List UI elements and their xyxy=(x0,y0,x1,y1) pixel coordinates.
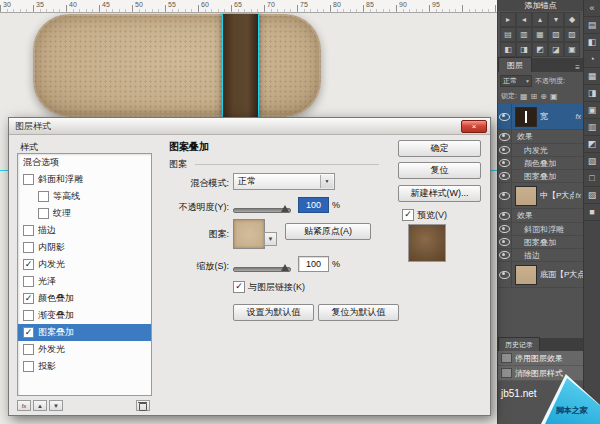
reset-button[interactable]: 复位 xyxy=(398,162,481,179)
effect-row[interactable]: 斜面和浮雕 xyxy=(498,223,583,236)
horizontal-ruler[interactable]: 30 35 40 45 50 55 60 65 70 75 80 85 90 9… xyxy=(0,0,497,13)
style-checkbox[interactable] xyxy=(23,242,34,253)
dock-panel-icon[interactable]: ▤ xyxy=(584,17,600,34)
panel-icon[interactable]: ◆ xyxy=(564,12,580,27)
eye-toggle[interactable] xyxy=(498,144,512,156)
new-style-button[interactable]: 新建样式(W)... xyxy=(398,185,481,202)
panel-icon[interactable]: ▤ xyxy=(500,27,516,42)
effect-row[interactable]: 描边 xyxy=(498,249,583,262)
style-item-inner-glow[interactable]: ✓内发光 xyxy=(18,256,151,273)
lock-pixels-icon[interactable]: ⊞ xyxy=(531,92,538,101)
dock-panel-icon[interactable]: ▣ xyxy=(584,102,600,119)
dock-panel-icon[interactable]: ◧ xyxy=(584,34,600,51)
dialog-titlebar[interactable]: 图层样式 × xyxy=(9,118,490,135)
layer-thumbnail[interactable] xyxy=(515,107,537,127)
panel-icon[interactable]: ▦ xyxy=(532,27,548,42)
style-checkbox[interactable] xyxy=(23,361,34,372)
style-item-outer-glow[interactable]: 外发光 xyxy=(18,341,151,358)
style-item-stroke[interactable]: 描边 xyxy=(18,222,151,239)
link-with-layer-checkbox[interactable]: ✓ xyxy=(233,281,245,293)
dock-panel-icon[interactable]: ▦ xyxy=(584,68,600,85)
history-item[interactable]: 停用图层效果 xyxy=(498,351,583,366)
dock-panel-icon[interactable]: ◔ xyxy=(584,51,600,68)
delete-effect-button[interactable] xyxy=(136,400,150,411)
eye-toggle[interactable] xyxy=(498,223,512,235)
scale-value-field[interactable]: 100 xyxy=(298,256,329,272)
move-up-button[interactable]: ▲ xyxy=(33,400,47,411)
dock-panel-icon[interactable]: ▧ xyxy=(584,153,600,170)
panel-icon[interactable]: ▨ xyxy=(564,27,580,42)
panel-icon[interactable]: ◧ xyxy=(500,42,516,57)
style-item-pattern-overlay[interactable]: ✓图案叠加 xyxy=(18,324,151,341)
style-checkbox[interactable] xyxy=(38,208,49,219)
style-item-color-overlay[interactable]: ✓颜色叠加 xyxy=(18,290,151,307)
eye-toggle[interactable] xyxy=(498,262,512,287)
style-item-texture[interactable]: 纹理 xyxy=(18,205,151,222)
eye-toggle[interactable] xyxy=(498,130,512,143)
eye-toggle[interactable] xyxy=(498,183,512,208)
close-button[interactable]: × xyxy=(461,120,487,133)
set-default-button[interactable]: 设置为默认值 xyxy=(233,304,314,321)
panel-icon[interactable]: ◪ xyxy=(548,42,564,57)
eye-toggle[interactable] xyxy=(498,104,512,129)
effect-row[interactable]: 颜色叠加 xyxy=(498,157,583,170)
lock-transparency-icon[interactable]: ▦ xyxy=(520,92,528,101)
eye-toggle[interactable] xyxy=(498,236,512,248)
style-checkbox[interactable] xyxy=(23,225,34,236)
effect-row[interactable]: 图案叠加 xyxy=(498,170,583,183)
dock-panel-icon[interactable]: ◩ xyxy=(584,136,600,153)
move-down-button[interactable]: ▼ xyxy=(49,400,63,411)
panel-icon[interactable]: ▥ xyxy=(516,27,532,42)
scale-slider-thumb[interactable] xyxy=(281,264,289,271)
style-item-blending-options[interactable]: 混合选项 xyxy=(18,154,151,171)
style-item-bevel-emboss[interactable]: 斜面和浮雕 xyxy=(18,171,151,188)
style-checkbox[interactable]: ✓ xyxy=(23,293,34,304)
guide-vertical-right[interactable] xyxy=(258,12,259,122)
collapse-dock-icon[interactable]: « xyxy=(584,0,600,17)
opacity-value-field[interactable]: 100 xyxy=(298,197,329,213)
panel-menu-icon[interactable]: ≡ xyxy=(575,63,583,72)
panel-icon[interactable]: ▴ xyxy=(532,12,548,27)
effect-row[interactable]: 图案叠加 xyxy=(498,236,583,249)
dock-panel-icon[interactable]: ■ xyxy=(584,204,600,221)
eye-toggle[interactable] xyxy=(498,209,512,222)
panel-icon[interactable]: ▾ xyxy=(548,12,564,27)
layer-blend-mode-select[interactable]: 正常▼ xyxy=(500,75,532,87)
style-checkbox[interactable]: ✓ xyxy=(23,327,34,338)
style-checkbox[interactable]: ✓ xyxy=(23,259,34,270)
style-checkbox[interactable] xyxy=(23,310,34,321)
dock-panel-icon[interactable]: □ xyxy=(584,170,600,187)
effect-row[interactable]: 内发光 xyxy=(498,144,583,157)
style-item-drop-shadow[interactable]: 投影 xyxy=(18,358,151,375)
blend-mode-select[interactable]: 正常 ▼ xyxy=(233,173,335,190)
preview-checkbox[interactable]: ✓ xyxy=(402,209,414,221)
panel-icon[interactable]: ▣ xyxy=(564,42,580,57)
dock-panel-icon[interactable]: ▥ xyxy=(584,119,600,136)
opacity-slider-thumb[interactable] xyxy=(281,205,289,212)
add-effect-button[interactable]: fx xyxy=(17,400,31,411)
ok-button[interactable]: 确定 xyxy=(398,140,481,157)
layer-row[interactable]: 中【P大点S】 fx xyxy=(498,183,583,209)
guide-vertical-left[interactable] xyxy=(222,12,223,122)
dock-panel-icon[interactable]: ▨ xyxy=(584,187,600,204)
fx-badge[interactable]: fx xyxy=(574,192,583,199)
effects-group-row[interactable]: 效果 xyxy=(498,130,583,144)
tab-layers[interactable]: 图层 xyxy=(498,57,532,72)
eye-toggle[interactable] xyxy=(498,249,512,261)
effects-group-row[interactable]: 效果 xyxy=(498,209,583,223)
pattern-picker-arrow[interactable]: ▼ xyxy=(264,232,277,246)
panel-icon[interactable]: ◨ xyxy=(516,42,532,57)
fx-badge[interactable]: fx xyxy=(574,113,583,120)
layer-row[interactable]: 宽 fx xyxy=(498,104,583,130)
layer-thumbnail[interactable] xyxy=(515,265,537,285)
lock-position-icon[interactable]: ⊕ xyxy=(540,92,547,101)
layer-thumbnail[interactable] xyxy=(515,186,537,206)
tab-history[interactable]: 历史记录 xyxy=(498,337,540,351)
layer-row[interactable]: 底面【P大点S】 xyxy=(498,262,583,288)
eye-toggle[interactable] xyxy=(498,157,512,169)
reset-default-button[interactable]: 复位为默认值 xyxy=(318,304,399,321)
panel-icon[interactable]: ▧ xyxy=(548,27,564,42)
style-checkbox[interactable] xyxy=(23,174,34,185)
panel-icon[interactable]: ◩ xyxy=(532,42,548,57)
panel-icon[interactable]: ▸ xyxy=(500,12,516,27)
